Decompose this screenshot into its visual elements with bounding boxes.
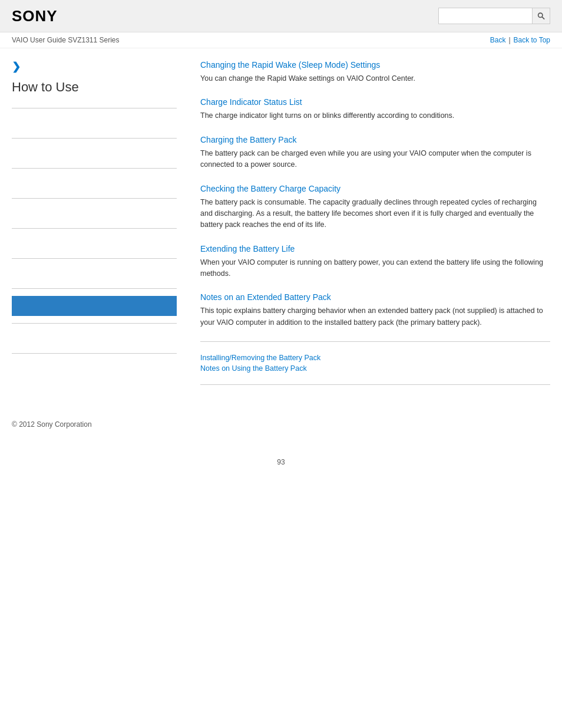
topic-extending-life: Extending the Battery Life When your VAI… [200, 244, 550, 280]
sidebar-item-3[interactable] [12, 176, 177, 191]
topic-desc-checking-capacity: The battery pack is consumable. The capa… [200, 197, 550, 231]
topic-desc-extended-battery-pack: This topic explains battery charging beh… [200, 305, 550, 328]
search-box [438, 8, 550, 24]
sidebar-chevron[interactable]: ❯ [12, 60, 177, 73]
header: SONY [0, 0, 562, 32]
sidebar: ❯ How to Use [12, 60, 189, 397]
sony-logo: SONY [12, 7, 58, 25]
topic-desc-extending-life: When your VAIO computer is running on ba… [200, 257, 550, 280]
nav-right: Back | Back to Top [490, 36, 550, 44]
search-button[interactable] [533, 8, 550, 24]
sidebar-item-6[interactable] [12, 266, 177, 281]
content-area: Changing the Rapid Wake (Sleep Mode) Set… [189, 60, 550, 397]
topic-title-extended-battery-pack[interactable]: Notes on an Extended Battery Pack [200, 292, 550, 302]
copyright: © 2012 Sony Corporation [12, 420, 92, 429]
sidebar-item-8[interactable] [12, 331, 177, 346]
sidebar-divider-4 [12, 198, 177, 199]
topic-checking-capacity: Checking the Battery Charge Capacity The… [200, 184, 550, 231]
main-container: ❯ How to Use Changing the Rapid Wake (Sl… [0, 48, 562, 409]
sidebar-item-4[interactable] [12, 206, 177, 221]
related-links: Installing/Removing the Battery Pack Not… [200, 354, 550, 373]
svg-point-0 [538, 13, 543, 17]
topic-title-rapid-wake[interactable]: Changing the Rapid Wake (Sleep Mode) Set… [200, 60, 550, 70]
sidebar-divider-9 [12, 353, 177, 354]
content-divider [200, 341, 550, 342]
topic-desc-charging-battery: The battery pack can be charged even whi… [200, 148, 550, 171]
content-divider-bottom [200, 384, 550, 385]
topic-charge-indicator: Charge Indicator Status List The charge … [200, 97, 550, 121]
sidebar-item-5[interactable] [12, 236, 177, 251]
sidebar-divider-3 [12, 168, 177, 169]
topic-rapid-wake: Changing the Rapid Wake (Sleep Mode) Set… [200, 60, 550, 84]
nav-bar: VAIO User Guide SVZ1311 Series Back | Ba… [0, 32, 562, 48]
topic-title-charge-indicator[interactable]: Charge Indicator Status List [200, 97, 550, 107]
search-icon [537, 11, 545, 21]
topic-title-charging-battery[interactable]: Charging the Battery Pack [200, 135, 550, 144]
topic-extended-battery-pack: Notes on an Extended Battery Pack This t… [200, 292, 550, 328]
sidebar-divider-5 [12, 228, 177, 229]
footer: © 2012 Sony Corporation [0, 409, 562, 440]
page-number: 93 [0, 452, 562, 472]
sidebar-divider-2 [12, 138, 177, 139]
search-input[interactable] [438, 8, 533, 24]
topic-desc-rapid-wake: You can change the Rapid Wake settings o… [200, 73, 550, 84]
related-link-notes-using[interactable]: Notes on Using the Battery Pack [200, 364, 550, 373]
topic-title-extending-life[interactable]: Extending the Battery Life [200, 244, 550, 253]
topic-desc-charge-indicator: The charge indicator light turns on or b… [200, 110, 550, 121]
sidebar-divider-6 [12, 258, 177, 259]
sidebar-item-active[interactable] [12, 296, 177, 316]
related-link-installing[interactable]: Installing/Removing the Battery Pack [200, 354, 550, 362]
sidebar-item-1[interactable] [12, 116, 177, 131]
guide-title: VAIO User Guide SVZ1311 Series [12, 36, 120, 44]
nav-separator: | [508, 36, 510, 44]
back-to-top-link[interactable]: Back to Top [514, 36, 550, 44]
topic-charging-battery: Charging the Battery Pack The battery pa… [200, 135, 550, 171]
sidebar-divider-1 [12, 108, 177, 108]
sidebar-divider-8 [12, 323, 177, 324]
sidebar-title: How to Use [12, 79, 177, 96]
back-link[interactable]: Back [490, 36, 506, 44]
svg-line-1 [542, 17, 544, 19]
topic-title-checking-capacity[interactable]: Checking the Battery Charge Capacity [200, 184, 550, 193]
sidebar-divider-7 [12, 288, 177, 289]
sidebar-item-2[interactable] [12, 146, 177, 161]
